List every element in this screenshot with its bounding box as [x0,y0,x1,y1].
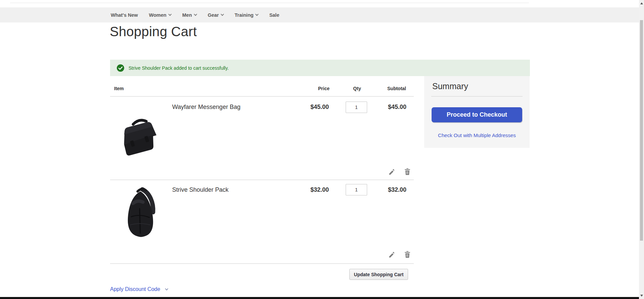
nav-item-sale[interactable]: Sale [269,12,279,18]
top-divider [10,3,529,3]
scroll-down-arrow-icon[interactable] [640,295,643,297]
success-message: Strive Shoulder Pack added to cart succe… [110,60,530,76]
chevron-down-icon [221,13,224,16]
product-subtotal: $45.00 [366,104,406,111]
product-price: $45.00 [279,104,329,111]
row-divider [110,263,414,264]
scroll-up-arrow-icon[interactable] [640,2,643,4]
update-cart-button[interactable]: Update Shopping Cart [349,269,408,280]
footer-edge [0,297,639,299]
nav-item-label: What's New [111,12,138,18]
pencil-icon [389,252,395,258]
column-header-qty: Qty [346,86,368,91]
nav-item-whats-new[interactable]: What's New [111,12,138,18]
product-image-strive-shoulder-pack[interactable] [123,185,160,239]
table-header-divider [110,96,414,97]
trash-icon [404,168,410,175]
product-image-wayfarer-messenger-bag[interactable] [113,105,158,162]
product-subtotal: $32.00 [366,186,406,193]
success-message-text: Strive Shoulder Pack added to cart succe… [129,65,229,71]
nav-item-training[interactable]: Training [235,12,258,18]
shoulder-pack-graphic [123,185,160,239]
nav-item-label: Training [235,12,253,18]
edit-item-button[interactable] [389,168,396,176]
chevron-down-icon [165,287,168,291]
edit-item-button[interactable] [389,251,396,258]
product-name-link[interactable]: Strive Shoulder Pack [172,186,229,193]
pencil-icon [389,169,395,175]
scrollbar[interactable] [639,0,644,299]
qty-input[interactable] [346,184,367,195]
column-header-price: Price [279,86,330,91]
remove-item-button[interactable] [404,168,412,175]
page-title: Shopping Cart [110,24,197,39]
product-name-link[interactable]: Wayfarer Messenger Bag [172,104,240,111]
product-price: $32.00 [279,186,329,193]
scrollbar-thumb[interactable] [640,20,643,241]
main-navigation: What's New Women Men Gear Training Sale [0,7,639,22]
shopping-cart-page: What's New Women Men Gear Training Sale … [0,0,644,299]
nav-item-men[interactable]: Men [182,12,197,18]
column-header-subtotal: Subtotal [369,86,406,91]
row-divider [110,180,414,180]
proceed-to-checkout-button[interactable]: Proceed to Checkout [432,107,522,122]
summary-divider [431,96,523,97]
multishipping-link[interactable]: Check Out with Multiple Addresses [424,132,530,138]
apply-discount-toggle[interactable]: Apply Discount Code [110,286,168,292]
trash-icon [404,251,410,258]
nav-item-label: Men [182,12,192,18]
nav-item-label: Sale [269,12,279,18]
nav-item-gear[interactable]: Gear [208,12,224,18]
column-header-item: Item [114,86,124,91]
nav-item-label: Gear [208,12,219,18]
summary-panel: Summary Proceed to Checkout Check Out wi… [424,76,530,148]
chevron-down-icon [255,13,259,16]
nav-item-label: Women [149,12,166,18]
chevron-down-icon [168,13,171,16]
summary-title: Summary [432,81,468,91]
success-check-icon [117,64,124,72]
chevron-down-icon [194,13,197,16]
nav-item-women[interactable]: Women [149,12,171,18]
apply-discount-label: Apply Discount Code [110,286,160,292]
remove-item-button[interactable] [404,251,412,258]
qty-input[interactable] [346,102,367,113]
messenger-bag-graphic [113,105,158,162]
